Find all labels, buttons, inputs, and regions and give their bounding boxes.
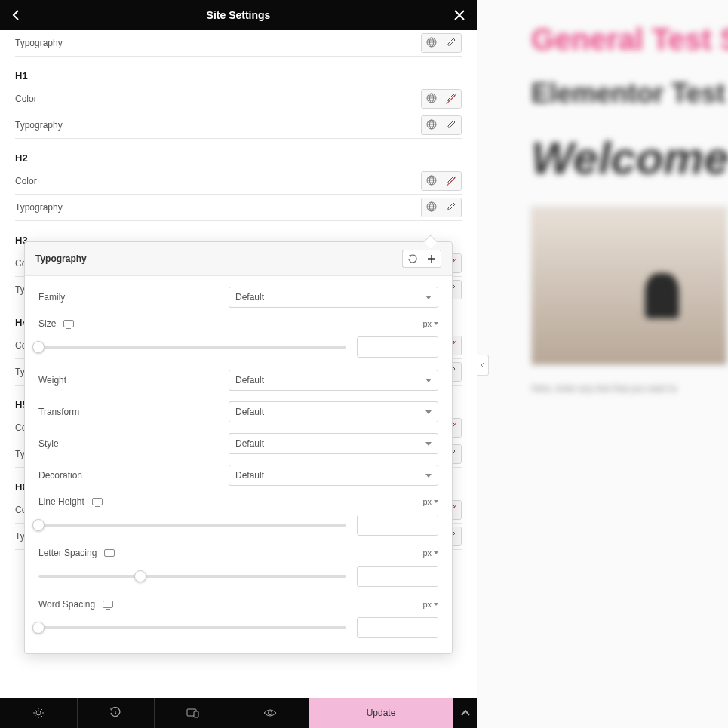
line-height-unit-select[interactable]: px — [422, 497, 438, 506]
preview-heading-1: General Test Site — [531, 23, 728, 57]
edit-button[interactable] — [441, 198, 461, 217]
letter-spacing-input[interactable] — [358, 567, 438, 586]
add-button[interactable] — [422, 250, 441, 268]
back-button[interactable] — [12, 10, 20, 20]
setting-row: Color — [15, 86, 462, 112]
typography-popover: Typography Family Default — [24, 241, 453, 654]
desktop-icon[interactable] — [104, 549, 115, 557]
panel-title: Site Settings — [207, 9, 271, 21]
pencil-icon — [447, 201, 456, 213]
globe-button[interactable] — [422, 116, 441, 134]
size-unit-select[interactable]: px — [422, 319, 438, 328]
responsive-footer-button[interactable] — [155, 698, 232, 728]
undo-icon — [408, 254, 417, 263]
chevron-down-icon — [425, 410, 432, 414]
setting-row: Typography — [15, 30, 462, 57]
word-spacing-input[interactable] — [358, 618, 438, 637]
line-height-label: Line Height — [38, 496, 84, 507]
collapse-panel-toggle[interactable] — [477, 355, 489, 376]
globe-button[interactable] — [422, 90, 441, 108]
pencil-icon — [447, 175, 456, 187]
svg-point-28 — [36, 711, 41, 715]
preview-heading-3: Welcome — [531, 132, 728, 184]
plus-icon — [427, 254, 436, 263]
slider-thumb[interactable] — [32, 341, 45, 353]
setting-row: Typography — [15, 195, 462, 221]
desktop-icon[interactable] — [103, 601, 113, 608]
decoration-label: Decoration — [38, 470, 82, 481]
family-value: Default — [235, 292, 264, 303]
update-options-button[interactable] — [453, 698, 477, 728]
edit-button[interactable] — [441, 90, 461, 108]
decoration-select[interactable]: Default — [229, 465, 438, 486]
globe-button[interactable] — [422, 34, 441, 52]
slider-thumb[interactable] — [32, 519, 45, 531]
popover-title: Typography — [35, 253, 87, 264]
chevron-down-icon — [434, 322, 438, 325]
svg-point-31 — [269, 711, 272, 715]
globe-icon — [426, 201, 437, 214]
edit-button[interactable] — [441, 116, 461, 134]
globe-icon — [426, 119, 437, 132]
chevron-down-icon — [434, 603, 438, 606]
desktop-icon[interactable] — [92, 498, 103, 505]
setting-label: Color — [15, 176, 37, 186]
setting-row: Typography — [15, 112, 462, 139]
size-input[interactable] — [358, 337, 438, 357]
history-footer-button[interactable] — [78, 698, 155, 728]
edit-button[interactable] — [441, 172, 461, 190]
chevron-left-icon — [12, 10, 20, 20]
size-slider[interactable] — [38, 346, 346, 349]
chevron-down-icon — [434, 500, 438, 503]
transform-label: Transform — [38, 407, 79, 417]
devices-icon — [186, 708, 200, 718]
word-spacing-unit-select[interactable]: px — [422, 600, 438, 609]
setting-label: Color — [15, 94, 37, 104]
chevron-up-icon — [461, 710, 470, 716]
chevron-down-icon — [425, 474, 432, 478]
preview-body-text: Here, enter any text that you want to — [531, 383, 728, 394]
preview-image — [531, 207, 727, 365]
eye-icon — [263, 708, 277, 717]
update-button[interactable]: Update — [309, 698, 453, 728]
slider-thumb[interactable] — [32, 622, 45, 634]
close-button[interactable] — [454, 10, 465, 20]
letter-spacing-label: Letter Spacing — [38, 548, 97, 558]
edit-button[interactable] — [441, 34, 461, 52]
globe-button[interactable] — [422, 172, 441, 190]
preview-footer-button[interactable] — [232, 698, 310, 728]
desktop-icon[interactable] — [63, 320, 74, 327]
panel-footer: Update — [0, 698, 477, 728]
setting-label: Typography — [15, 120, 63, 131]
style-select[interactable]: Default — [229, 433, 438, 454]
chevron-left-icon — [481, 361, 485, 369]
transform-select[interactable]: Default — [229, 401, 438, 422]
style-label: Style — [38, 438, 59, 449]
letter-spacing-slider[interactable] — [38, 575, 346, 578]
svg-rect-30 — [194, 711, 198, 717]
globe-icon — [426, 37, 437, 50]
chevron-down-icon — [425, 442, 432, 446]
globe-icon — [426, 175, 437, 188]
setting-label: Typography — [15, 202, 63, 213]
settings-footer-button[interactable] — [0, 698, 78, 728]
slider-thumb[interactable] — [134, 570, 146, 582]
pencil-icon — [447, 93, 456, 105]
reset-button[interactable] — [402, 250, 422, 268]
popover-header: Typography — [25, 242, 452, 276]
weight-label: Weight — [38, 375, 66, 386]
word-spacing-label: Word Spacing — [38, 599, 95, 610]
weight-select[interactable]: Default — [229, 370, 438, 391]
line-height-input[interactable] — [358, 515, 438, 535]
pencil-icon — [447, 37, 456, 49]
panel-header: Site Settings — [0, 0, 477, 30]
word-spacing-slider[interactable] — [38, 626, 346, 629]
section-heading-h2: H2 — [15, 139, 462, 168]
setting-row: Color — [15, 168, 462, 195]
history-icon — [109, 707, 121, 719]
chevron-down-icon — [425, 296, 432, 299]
globe-button[interactable] — [422, 198, 441, 217]
letter-spacing-unit-select[interactable]: px — [422, 548, 438, 558]
family-select[interactable]: Default — [229, 287, 438, 308]
line-height-slider[interactable] — [38, 524, 346, 527]
